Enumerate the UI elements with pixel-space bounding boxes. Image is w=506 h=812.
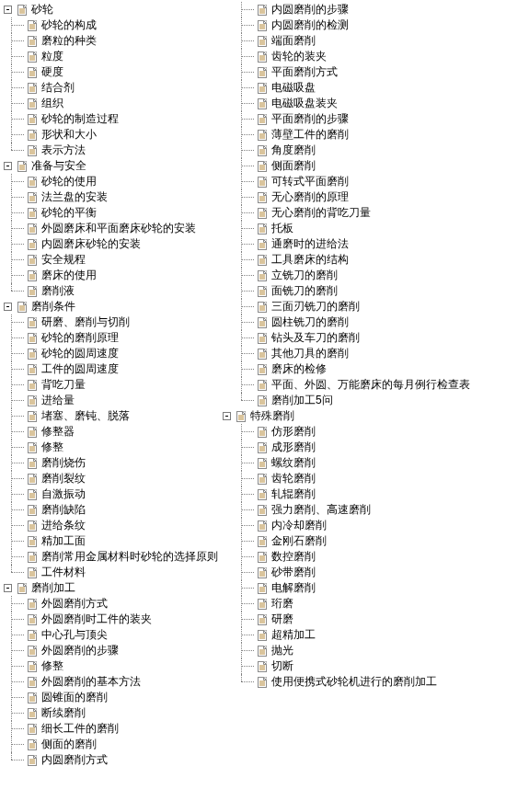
page-icon bbox=[26, 613, 39, 626]
tree-leaf[interactable]: 断续磨削 bbox=[6, 705, 223, 721]
expander-icon[interactable] bbox=[4, 6, 12, 14]
tree-leaf[interactable]: 薄壁工件的磨削 bbox=[224, 127, 506, 143]
tree-leaf[interactable]: 通磨时的进给法 bbox=[224, 236, 506, 252]
tree-leaf[interactable]: 自激振动 bbox=[6, 486, 223, 502]
tree-leaf[interactable]: 抛光 bbox=[224, 643, 506, 658]
tree-leaf[interactable]: 砂轮的平衡 bbox=[6, 205, 223, 221]
tree-leaf[interactable]: 内圆磨床砂轮的安装 bbox=[6, 236, 223, 252]
tree-section-header[interactable]: 准备与安全 bbox=[4, 158, 223, 174]
tree-leaf[interactable]: 无心磨削的原理 bbox=[224, 189, 506, 205]
tree-leaf[interactable]: 磨削液 bbox=[6, 283, 223, 299]
tree-leaf[interactable]: 组织 bbox=[6, 96, 223, 111]
tree-leaf[interactable]: 工件材料 bbox=[6, 565, 223, 580]
tree-leaf[interactable]: 电磁吸盘 bbox=[224, 80, 506, 96]
tree-leaf[interactable]: 成形磨削 bbox=[224, 440, 506, 455]
tree-leaf[interactable]: 粒度 bbox=[6, 49, 223, 64]
tree-leaf[interactable]: 电解磨削 bbox=[224, 580, 506, 596]
tree-leaf[interactable]: 进给量 bbox=[6, 393, 223, 408]
expander-icon[interactable] bbox=[4, 303, 12, 311]
tree-leaf[interactable]: 内圆磨削方式 bbox=[6, 752, 223, 768]
page-icon bbox=[26, 269, 39, 282]
tree-leaf[interactable]: 中心孔与顶尖 bbox=[6, 627, 223, 643]
tree-leaf[interactable]: 堵塞、磨钝、脱落 bbox=[6, 408, 223, 424]
tree-leaf[interactable]: 硬度 bbox=[6, 64, 223, 80]
tree-leaf[interactable]: 平面磨削的步骤 bbox=[224, 111, 506, 127]
tree-leaf[interactable]: 法兰盘的安装 bbox=[6, 189, 223, 205]
tree-leaf[interactable]: 外圆磨削方式 bbox=[6, 596, 223, 612]
tree-leaf[interactable]: 珩磨 bbox=[224, 596, 506, 612]
tree-leaf[interactable]: 数控磨削 bbox=[224, 549, 506, 565]
tree-leaf[interactable]: 外圆磨削的基本方法 bbox=[6, 674, 223, 690]
tree-leaf[interactable]: 磨削烧伤 bbox=[6, 455, 223, 471]
tree-leaf[interactable]: 安全规程 bbox=[6, 252, 223, 268]
tree-leaf[interactable]: 工具磨床的结构 bbox=[224, 252, 506, 268]
tree-leaf[interactable]: 砂轮的圆周速度 bbox=[6, 346, 223, 361]
tree-leaf[interactable]: 齿轮的装夹 bbox=[224, 49, 506, 64]
tree-leaf[interactable]: 内圆磨削的步骤 bbox=[224, 2, 506, 17]
tree-leaf[interactable]: 强力磨削、高速磨削 bbox=[224, 502, 506, 518]
tree-leaf[interactable]: 电磁吸盘装夹 bbox=[224, 96, 506, 111]
tree-leaf[interactable]: 研磨 bbox=[224, 612, 506, 627]
tree-leaf[interactable]: 切断 bbox=[224, 658, 506, 674]
tree-leaf[interactable]: 轧辊磨削 bbox=[224, 486, 506, 502]
tree-leaf[interactable]: 仿形磨削 bbox=[224, 424, 506, 440]
tree-leaf[interactable]: 精加工面 bbox=[6, 533, 223, 549]
tree-leaf[interactable]: 磨粒的种类 bbox=[6, 33, 223, 49]
tree-leaf[interactable]: 砂轮的磨削原理 bbox=[6, 330, 223, 346]
expander-icon[interactable] bbox=[4, 584, 12, 592]
tree-leaf[interactable]: 超精加工 bbox=[224, 627, 506, 643]
tree-leaf[interactable]: 背吃刀量 bbox=[6, 377, 223, 393]
expander-icon[interactable] bbox=[223, 412, 231, 420]
tree-leaf[interactable]: 立铣刀的磨削 bbox=[224, 268, 506, 283]
tree-leaf[interactable]: 结合剂 bbox=[6, 80, 223, 96]
tree-leaf[interactable]: 侧面磨削 bbox=[224, 158, 506, 174]
tree-leaf[interactable]: 磨床的检修 bbox=[224, 361, 506, 377]
tree-leaf[interactable]: 磨削缺陷 bbox=[6, 502, 223, 518]
tree-leaf[interactable]: 平面磨削方式 bbox=[224, 64, 506, 80]
tree-leaf[interactable]: 面铣刀的磨削 bbox=[224, 283, 506, 299]
tree-leaf[interactable]: 其他刀具的磨削 bbox=[224, 346, 506, 361]
tree-section-header[interactable]: 砂轮 bbox=[4, 2, 223, 17]
tree-leaf[interactable]: 侧面的磨削 bbox=[6, 737, 223, 752]
expander-icon[interactable] bbox=[4, 162, 12, 170]
tree-leaf[interactable]: 进给条纹 bbox=[6, 518, 223, 533]
tree-leaf[interactable]: 内圆磨削的检测 bbox=[224, 17, 506, 33]
tree-leaf[interactable]: 三面刃铣刀的磨削 bbox=[224, 299, 506, 315]
tree-leaf[interactable]: 金刚石磨削 bbox=[224, 533, 506, 549]
tree-leaf[interactable]: 平面、外圆、万能磨床的每月例行检查表 bbox=[224, 377, 506, 393]
tree-leaf[interactable]: 砂轮的构成 bbox=[6, 17, 223, 33]
tree-leaf[interactable]: 无心磨削的背吃刀量 bbox=[224, 205, 506, 221]
tree-leaf[interactable]: 角度磨削 bbox=[224, 143, 506, 158]
tree-section-header[interactable]: 磨削加工 bbox=[4, 580, 223, 596]
tree-leaf[interactable]: 磨削加工5问 bbox=[224, 393, 506, 408]
tree-leaf[interactable]: 托板 bbox=[224, 221, 506, 236]
tree-leaf[interactable]: 齿轮磨削 bbox=[224, 471, 506, 486]
tree-leaf[interactable]: 修整 bbox=[6, 440, 223, 455]
tree-leaf[interactable]: 砂带磨削 bbox=[224, 565, 506, 580]
tree-leaf[interactable]: 研磨、磨削与切削 bbox=[6, 315, 223, 330]
tree-leaf[interactable]: 钻头及车刀的磨削 bbox=[224, 330, 506, 346]
tree-leaf[interactable]: 圆锥面的磨削 bbox=[6, 690, 223, 705]
tree-leaf[interactable]: 工件的圆周速度 bbox=[6, 361, 223, 377]
tree-leaf[interactable]: 砂轮的制造过程 bbox=[6, 111, 223, 127]
tree-leaf[interactable]: 螺纹磨削 bbox=[224, 455, 506, 471]
tree-leaf[interactable]: 磨削裂纹 bbox=[6, 471, 223, 486]
tree-section-header[interactable]: 磨削条件 bbox=[4, 299, 223, 315]
tree-section-header[interactable]: 特殊磨削 bbox=[223, 408, 506, 424]
tree-leaf[interactable]: 细长工件的磨削 bbox=[6, 721, 223, 737]
tree-leaf[interactable]: 外圆磨床和平面磨床砂轮的安装 bbox=[6, 221, 223, 236]
tree-leaf[interactable]: 修整 bbox=[6, 658, 223, 674]
tree-leaf[interactable]: 可转式平面磨削 bbox=[224, 174, 506, 189]
tree-leaf[interactable]: 使用便携式砂轮机进行的磨削加工 bbox=[224, 674, 506, 690]
tree-leaf[interactable]: 内冷却磨削 bbox=[224, 518, 506, 533]
tree-leaf[interactable]: 圆柱铣刀的磨削 bbox=[224, 315, 506, 330]
tree-leaf[interactable]: 修整器 bbox=[6, 424, 223, 440]
tree-leaf[interactable]: 外圆磨削时工件的装夹 bbox=[6, 612, 223, 627]
tree-leaf[interactable]: 外圆磨削的步骤 bbox=[6, 643, 223, 658]
tree-leaf[interactable]: 表示方法 bbox=[6, 143, 223, 158]
tree-leaf[interactable]: 砂轮的使用 bbox=[6, 174, 223, 189]
tree-leaf[interactable]: 磨床的使用 bbox=[6, 268, 223, 283]
tree-leaf[interactable]: 磨削常用金属材料时砂轮的选择原则 bbox=[6, 549, 223, 565]
tree-leaf[interactable]: 端面磨削 bbox=[224, 33, 506, 49]
tree-leaf[interactable]: 形状和大小 bbox=[6, 127, 223, 143]
